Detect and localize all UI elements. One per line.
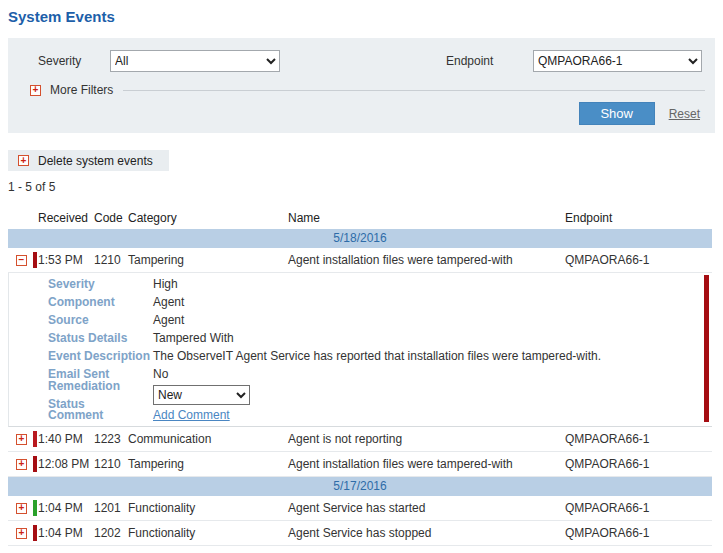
system-events-table: Received Code Category Name Endpoint 5/1…	[8, 207, 712, 546]
detail-label-event-description: Event Description	[48, 347, 153, 365]
cell-received: 1:40 PM	[38, 432, 94, 446]
endpoint-label: Endpoint	[446, 54, 533, 68]
cell-endpoint: QMPAORA66-1	[565, 457, 712, 471]
cell-code: 1201	[94, 501, 128, 515]
event-details-panel: Severity High Component Agent Source Age…	[8, 273, 712, 427]
expand-plus-icon[interactable]	[16, 459, 27, 470]
cell-endpoint: QMPAORA66-1	[565, 526, 712, 540]
cell-category: Functionality	[128, 526, 288, 540]
header-category: Category	[128, 211, 288, 225]
severity-indicator	[33, 252, 37, 268]
table-row-event-1223[interactable]: 1:40 PM 1223 Communication Agent is not …	[8, 427, 712, 452]
date-group-band: 5/17/2016	[8, 477, 712, 496]
cell-endpoint: QMPAORA66-1	[565, 432, 712, 446]
severity-indicator	[33, 431, 37, 447]
severity-indicator	[33, 456, 37, 472]
cell-code: 1223	[94, 432, 128, 446]
remediation-status-select[interactable]: New	[153, 385, 250, 405]
header-received: Received	[38, 211, 94, 225]
more-filters-expand-icon[interactable]	[30, 85, 41, 96]
header-code: Code	[94, 211, 128, 225]
detail-value-component: Agent	[153, 293, 184, 311]
detail-value-email-sent: No	[153, 365, 168, 383]
cell-received: 1:04 PM	[38, 501, 94, 515]
header-endpoint: Endpoint	[565, 211, 712, 225]
cell-endpoint: QMPAORA66-1	[565, 253, 712, 267]
cell-code: 1210	[94, 253, 128, 267]
table-row-event-1210-153pm[interactable]: 1:53 PM 1210 Tampering Agent installatio…	[8, 248, 712, 273]
header-name: Name	[288, 211, 565, 225]
cell-code: 1210	[94, 457, 128, 471]
cell-category: Communication	[128, 432, 288, 446]
delete-system-events-button[interactable]: Delete system events	[8, 150, 169, 171]
more-filters-label[interactable]: More Filters	[50, 83, 113, 97]
cell-category: Functionality	[128, 501, 288, 515]
cell-received: 12:08 PM	[38, 457, 94, 471]
detail-label-status-details: Status Details	[48, 329, 153, 347]
expand-plus-icon[interactable]	[16, 434, 27, 445]
severity-select[interactable]: All	[110, 50, 280, 72]
page-title: System Events	[8, 8, 723, 25]
reset-link[interactable]: Reset	[669, 107, 700, 121]
detail-value-status-details: Tampered With	[153, 329, 234, 347]
delete-button-label: Delete system events	[38, 154, 153, 168]
detail-label-source: Source	[48, 311, 153, 329]
table-row-event-1202[interactable]: 1:04 PM 1202 Functionality Agent Service…	[8, 521, 712, 546]
cell-category: Tampering	[128, 253, 288, 267]
detail-label-severity: Severity	[48, 275, 153, 293]
date-group-band: 5/18/2016	[8, 229, 712, 248]
expand-plus-icon[interactable]	[16, 503, 27, 514]
cell-category: Tampering	[128, 457, 288, 471]
cell-name: Agent installation files were tampered-w…	[288, 253, 565, 267]
cell-received: 1:53 PM	[38, 253, 94, 267]
details-severity-side-bar	[704, 275, 709, 422]
cell-name: Agent Service has stopped	[288, 526, 565, 540]
cell-name: Agent is not reporting	[288, 432, 565, 446]
detail-value-event-description: The ObserveIT Agent Service has reported…	[153, 347, 601, 365]
detail-value-severity: High	[153, 275, 178, 293]
expand-plus-icon[interactable]	[16, 528, 27, 539]
detail-label-component: Component	[48, 293, 153, 311]
collapse-minus-icon[interactable]	[16, 255, 27, 266]
table-header-row: Received Code Category Name Endpoint	[8, 207, 712, 229]
severity-label: Severity	[38, 54, 110, 68]
add-comment-link[interactable]: Add Comment	[153, 406, 230, 424]
pagination-info: 1 - 5 of 5	[8, 180, 723, 194]
table-row-event-1210-1208pm[interactable]: 12:08 PM 1210 Tampering Agent installati…	[8, 452, 712, 477]
show-button[interactable]: Show	[579, 102, 655, 125]
cell-received: 1:04 PM	[38, 526, 94, 540]
delete-expand-icon	[18, 155, 29, 166]
detail-value-source: Agent	[153, 311, 184, 329]
cell-code: 1202	[94, 526, 128, 540]
filter-panel: Severity All Endpoint QMPAORA66-1 More F…	[8, 38, 715, 133]
table-row-event-1201[interactable]: 1:04 PM 1201 Functionality Agent Service…	[8, 496, 712, 521]
cell-endpoint: QMPAORA66-1	[565, 501, 712, 515]
severity-indicator	[33, 525, 37, 541]
divider	[123, 90, 705, 91]
endpoint-select[interactable]: QMPAORA66-1	[533, 50, 702, 72]
detail-label-comment: Comment	[48, 406, 153, 424]
severity-indicator	[33, 500, 37, 516]
cell-name: Agent Service has started	[288, 501, 565, 515]
cell-name: Agent installation files were tampered-w…	[288, 457, 565, 471]
